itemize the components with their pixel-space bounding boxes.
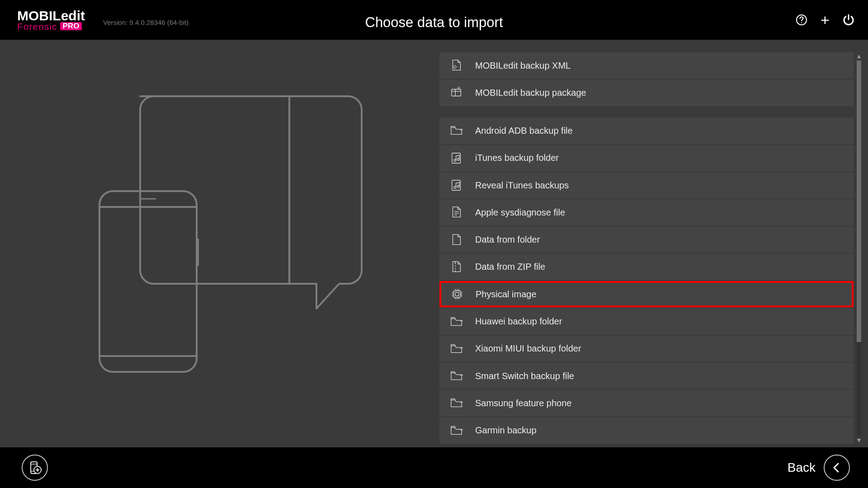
import-option-physical-image[interactable]: Physical image xyxy=(439,281,854,307)
folder-open-icon xyxy=(449,423,464,438)
logo-pro-badge: PRO xyxy=(60,22,82,30)
import-option-data-from-folder[interactable]: Data from folder xyxy=(439,227,854,253)
folder-open-icon xyxy=(449,395,464,411)
svg-rect-3 xyxy=(99,191,197,372)
power-button[interactable] xyxy=(842,13,855,27)
import-list-pane: MOBILedit backup XMLMOBILedit backup pac… xyxy=(439,40,868,447)
logo-line1: MOBILedit xyxy=(17,9,85,23)
import-option-label: Xiaomi MIUI backup folder xyxy=(475,343,581,354)
import-option-label: MOBILedit backup package xyxy=(475,88,586,98)
file-icon xyxy=(449,232,464,248)
import-option-label: Physical image xyxy=(476,289,537,300)
scroll-up-icon[interactable]: ▲ xyxy=(856,52,862,60)
import-option-label: iTunes backup folder xyxy=(475,153,559,163)
back-circle xyxy=(824,455,850,481)
import-option-apple-sysdiagnose[interactable]: Apple sysdiagnose file xyxy=(439,199,854,225)
back-label: Back xyxy=(788,460,816,475)
chip-icon xyxy=(449,286,465,302)
group-separator xyxy=(439,107,854,117)
import-option-label: Huawei backup folder xyxy=(475,316,562,327)
import-option-mobiledit-backup-package[interactable]: MOBILedit backup package xyxy=(439,80,854,106)
import-option-label: Apple sysdiagnose file xyxy=(475,207,565,218)
chevron-left-icon xyxy=(831,462,843,474)
import-option-garmin-backup[interactable]: Garmin backup xyxy=(439,418,854,444)
music-file-icon xyxy=(449,178,464,193)
footer: Back xyxy=(0,447,868,488)
logo-line2: Forensic xyxy=(17,22,57,31)
power-icon xyxy=(842,14,855,26)
package-sparkle-icon xyxy=(449,85,464,100)
import-option-samsung-feature[interactable]: Samsung feature phone xyxy=(439,390,854,416)
add-button[interactable]: + xyxy=(818,13,832,27)
help-button[interactable] xyxy=(795,13,808,27)
import-option-huawei-backup[interactable]: Huawei backup folder xyxy=(439,308,854,334)
import-option-label: Data from folder xyxy=(475,235,540,245)
import-option-smart-switch[interactable]: Smart Switch backup file xyxy=(439,363,854,389)
report-file-icon xyxy=(449,205,464,220)
page-title: Choose data to import xyxy=(365,14,503,31)
import-option-android-adb-backup[interactable]: Android ADB backup file xyxy=(439,117,854,144)
import-option-reveal-itunes[interactable]: Reveal iTunes backups xyxy=(439,172,854,198)
add-device-button[interactable] xyxy=(22,455,48,481)
help-icon xyxy=(796,14,807,26)
illustration-pane xyxy=(0,40,439,447)
folder-open-icon xyxy=(449,341,464,357)
svg-point-1 xyxy=(801,22,802,23)
import-option-label: Smart Switch backup file xyxy=(475,371,574,381)
import-option-label: Reveal iTunes backups xyxy=(475,180,569,191)
import-option-xiaomi-backup[interactable]: Xiaomi MIUI backup folder xyxy=(439,336,854,362)
folder-open-icon xyxy=(449,314,464,329)
scroll-thumb[interactable] xyxy=(857,61,861,342)
scroll-track[interactable] xyxy=(857,61,861,436)
import-option-mobiledit-backup-xml[interactable]: MOBILedit backup XML xyxy=(439,52,854,79)
import-option-label: Android ADB backup file xyxy=(475,126,573,136)
folder-open-icon xyxy=(449,368,464,384)
folder-open-icon xyxy=(449,123,464,138)
import-option-label: Data from ZIP file xyxy=(475,262,545,272)
music-file-icon xyxy=(449,150,464,166)
import-option-data-from-zip[interactable]: Data from ZIP file xyxy=(439,254,854,280)
scrollbar[interactable]: ▲ ▼ xyxy=(855,52,863,444)
import-option-label: MOBILedit backup XML xyxy=(475,61,571,71)
zip-file-icon xyxy=(449,259,464,275)
back-button[interactable]: Back xyxy=(788,455,850,481)
scroll-down-icon[interactable]: ▼ xyxy=(856,436,862,444)
plus-icon: + xyxy=(821,12,830,28)
import-option-itunes-backup-folder[interactable]: iTunes backup folder xyxy=(439,145,854,171)
phone-plus-icon xyxy=(27,460,42,475)
main-area: MOBILedit backup XMLMOBILedit backup pac… xyxy=(0,40,868,447)
app-logo: MOBILedit Forensic PRO xyxy=(0,9,85,31)
import-option-label: Garmin backup xyxy=(475,425,537,436)
import-list: MOBILedit backup XMLMOBILedit backup pac… xyxy=(439,52,854,444)
import-option-label: Samsung feature phone xyxy=(475,398,572,408)
phone-illustration xyxy=(95,89,366,379)
file-sparkle-icon xyxy=(449,58,464,73)
header: MOBILedit Forensic PRO Version: 9.4.0.28… xyxy=(0,0,868,40)
app-version: Version: 9.4.0.28346 (64-bit) xyxy=(103,19,189,26)
